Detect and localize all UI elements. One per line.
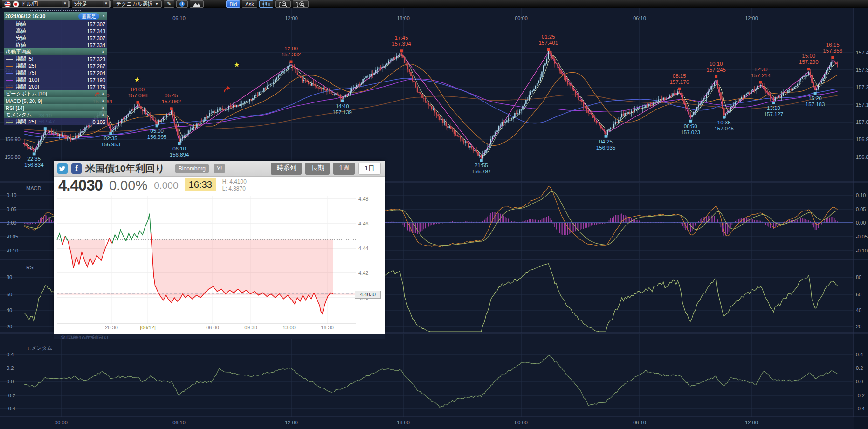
swing-time: 16:15 (823, 42, 842, 48)
bottom-marker (814, 92, 817, 95)
time-axis-label: 06:10 (172, 420, 186, 425)
mountain-chart-button[interactable] (190, 0, 204, 8)
macd-axis-label: 0.00 (7, 220, 16, 225)
peak-marker (715, 75, 717, 78)
chevron-down-icon[interactable]: ▼ (62, 1, 69, 7)
jp-flag-icon (13, 1, 19, 7)
zoom-out-vertical-button[interactable] (275, 0, 291, 8)
yield-x-label: 06:00 (206, 325, 219, 330)
timeframe-select[interactable]: 5分足 ▼ (72, 0, 111, 8)
swing-annotation: 08:15157.176 (669, 73, 689, 85)
time-axis-label: 12:00 (745, 15, 758, 21)
yield-change-percent: 0.00% (109, 177, 147, 193)
panel-header: 2024/06/12 16:30 最新足 × (4, 12, 107, 20)
macd-axis-label: 0.05 (7, 206, 16, 212)
panel-row: 期間 [100]157.190 (4, 76, 107, 83)
price-axis-label: 157.2 (856, 84, 868, 90)
bottom-marker (689, 120, 692, 123)
chevron-down-icon[interactable]: ▼ (103, 1, 110, 7)
swing-price: 156.797 (472, 169, 491, 175)
swing-price: 157.023 (681, 129, 700, 136)
swing-annotation: 21:55156.797 (472, 163, 491, 175)
range-tabs: 時系列長期1週1日 (271, 163, 381, 175)
panel-section-label: モメンタム (6, 111, 101, 118)
swing-annotation: 10:10157.245 (706, 61, 726, 73)
price-axis-label-left: 156.90 (5, 136, 21, 142)
swing-price: 157.139 (332, 109, 352, 116)
swing-price: 156.834 (24, 162, 44, 168)
latest-bar-button[interactable]: 最新足 (78, 13, 100, 20)
yield-popup-window[interactable]: f 米国債10年利回り BloombergY! 時系列長期1週1日 4.4030… (54, 161, 385, 334)
panel-row-value: 157.204 (87, 70, 105, 76)
star-marker-icon: ★ (134, 75, 140, 84)
swing-time: 12:00 (282, 46, 301, 52)
swing-time: 14:40 (332, 103, 352, 109)
panel-row: 期間 [25]157.267 (4, 62, 107, 69)
range-tab-1日[interactable]: 1日 (358, 163, 381, 175)
range-tab-1週[interactable]: 1週 (333, 163, 355, 175)
legend-dash (6, 66, 13, 67)
bottom-marker (44, 127, 47, 130)
momentum-axis-label: -0.4 (856, 406, 865, 411)
macd-axis-label: -0.10 (856, 248, 868, 253)
close-icon[interactable]: × (101, 113, 105, 117)
time-axis-label: 06:10 (633, 15, 646, 21)
swing-time: 04:25 (596, 139, 616, 145)
chevron-down-icon: ▼ (155, 2, 158, 6)
peak-marker (831, 56, 834, 59)
panel-row: 始値157.307 (4, 20, 107, 27)
draw-tool-button[interactable]: ✎ (164, 0, 174, 8)
info-button[interactable]: i (176, 0, 188, 8)
clipped-title-text: 米国債10年利回り (60, 334, 385, 339)
close-icon[interactable]: × (101, 14, 106, 19)
close-icon[interactable]: × (101, 92, 105, 96)
range-tab-長期[interactable]: 長期 (305, 163, 330, 175)
momentum-axis-label: 0.4 (7, 352, 14, 357)
rsi-axis-label: 20 (856, 324, 861, 329)
swing-annotation: 12:30157.214 (751, 67, 771, 79)
close-icon[interactable]: × (101, 106, 105, 110)
rsi-title: RSI (26, 265, 34, 270)
yield-y-label: 4.48 (358, 196, 368, 202)
source-badge-Bloomberg[interactable]: Bloomberg (175, 164, 209, 173)
yield-chart[interactable] (54, 194, 385, 334)
twitter-share-button[interactable] (57, 163, 68, 174)
panel-row-label: 終値 (16, 41, 87, 48)
swing-price: 157.214 (751, 73, 771, 79)
time-axis-label: 00:00 (55, 420, 68, 425)
peak-bottom-arrow-icon (94, 91, 101, 96)
bid-button[interactable]: Bid (226, 0, 240, 8)
zoom-in-vertical-button[interactable] (293, 0, 309, 8)
close-icon[interactable]: × (101, 50, 105, 54)
candlestick-icon (262, 1, 270, 7)
close-icon[interactable]: × (101, 99, 105, 103)
swing-price: 156.953 (101, 142, 120, 148)
swing-time: 15:00 (799, 53, 819, 59)
range-tab-時系列[interactable]: 時系列 (271, 163, 302, 175)
panel-row: 高値157.343 (4, 27, 107, 34)
panel-row-label: 高値 (16, 27, 87, 34)
yield-fill-area (152, 240, 333, 314)
technical-select-button[interactable]: テクニカル選択 ▼ (113, 0, 162, 8)
swing-annotation: 08:50157.023 (681, 123, 700, 136)
candle-style-button[interactable] (259, 0, 273, 8)
source-badge-Y![interactable]: Y! (214, 164, 225, 173)
price-axis-label: 157.4 (856, 50, 868, 55)
macd-axis-label: 0.05 (856, 206, 866, 212)
macd-axis-label: -0.05 (856, 234, 868, 239)
swing-price: 157.176 (669, 79, 689, 85)
facebook-share-button[interactable]: f (71, 163, 82, 174)
price-axis-label: 156.8 (856, 154, 868, 160)
legend-dash (6, 59, 13, 60)
panel-row-label: 期間 [100] (16, 76, 87, 83)
momentum-axis-label: 0.0 (856, 379, 863, 384)
macd-axis-label: 0.10 (7, 192, 16, 198)
panel-row: 安値157.307 (4, 34, 107, 41)
yield-fill-area (68, 240, 105, 268)
panel-row-label: 期間 [5] (16, 55, 87, 62)
swing-time: 13:10 (764, 105, 784, 111)
yield-line (62, 236, 65, 245)
panel-row: 期間 [25]0.105 (4, 118, 107, 125)
currency-pair-select[interactable]: ドル/円 ▼ (2, 0, 70, 8)
ask-button[interactable]: Ask (242, 0, 257, 8)
